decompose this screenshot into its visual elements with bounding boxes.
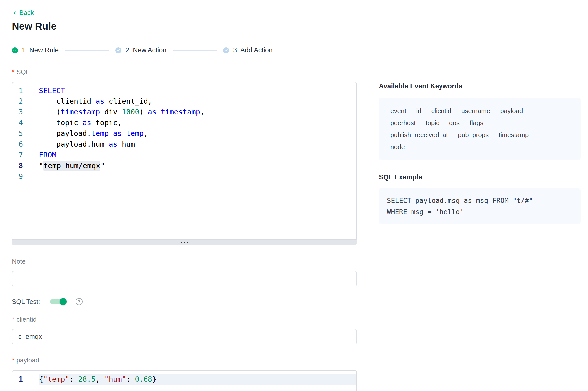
back-label: Back [19, 9, 34, 17]
help-icon[interactable]: ? [76, 298, 83, 305]
kw-row: node [390, 141, 569, 153]
keyword: publish_received_at [390, 129, 448, 141]
code-ex-line: WHERE msg = 'hello' [387, 206, 573, 217]
line-number: 2 [12, 96, 28, 107]
sql-label-text: SQL [16, 68, 29, 76]
resize-dots-icon [184, 242, 185, 243]
payload-editor: 1{"temp": 28.5, "hum": 0.68} [12, 370, 357, 391]
note-input[interactable] [12, 271, 357, 286]
sql-test-toggle[interactable] [50, 299, 67, 304]
line-number: 6 [12, 139, 28, 150]
line-number: 9 [12, 171, 28, 182]
event-keywords-panel: eventidclientidusernamepayloadpeerhostto… [379, 98, 581, 160]
code-line: 5 payload.temp as temp, [12, 128, 356, 139]
line-number: 3 [12, 107, 28, 117]
sql-test-row: SQL Test: ? [12, 297, 357, 306]
code-ex-line: SELECT payload.msg as msg FROM "t/#" [387, 195, 573, 206]
step-pending-check-icon [223, 47, 229, 53]
line-number: 4 [12, 117, 28, 128]
keyword: username [461, 105, 490, 117]
code-line: 4 topic as topic, [12, 117, 356, 128]
sql-example-panel: SELECT payload.msg as msg FROM "t/#"WHER… [379, 188, 581, 224]
clientid-field-label: * clientid [12, 316, 357, 323]
required-asterisk: * [12, 356, 14, 364]
keywords-panel-title: Available Event Keywords [379, 82, 581, 90]
back-chevron-icon [12, 10, 17, 16]
page-title: New Rule [12, 21, 357, 32]
step-label: 3. Add Action [233, 46, 273, 54]
clientid-label-text: clientid [16, 316, 37, 323]
code-line: 8"temp_hum/emqx" [12, 160, 356, 171]
clientid-input[interactable] [12, 329, 357, 344]
sql-test-label: SQL Test: [12, 298, 40, 306]
step-connector [173, 50, 217, 51]
step-1-new-rule[interactable]: 1. New Rule [12, 46, 59, 54]
line-number: 1 [12, 374, 28, 385]
sql-code-area[interactable]: 1SELECT2 clientid as client_id,3 (timest… [12, 82, 357, 240]
steps-bar: 1. New Rule 2. New Action 3. Add Action [12, 46, 357, 54]
resize-dots-icon [187, 242, 188, 243]
kw-row: eventidclientidusernamepayload [390, 105, 569, 117]
code-line: 1{"temp": 28.5, "hum": 0.68} [12, 374, 356, 385]
payload-label-text: payload [16, 356, 39, 364]
keyword: payload [500, 105, 523, 117]
step-label: 1. New Rule [22, 46, 59, 54]
back-link[interactable]: Back [12, 9, 34, 17]
code-line: 6 payload.hum as hum [12, 139, 356, 150]
keyword: topic [426, 117, 439, 129]
step-2-new-action[interactable]: 2. New Action [115, 46, 166, 54]
note-field-label: Note [12, 258, 357, 265]
step-label: 2. New Action [125, 46, 166, 54]
step-connector [65, 50, 109, 51]
step-complete-check-icon [12, 47, 18, 53]
keyword: peerhost [390, 117, 416, 129]
payload-field-label: * payload [12, 356, 357, 364]
sql-field-label: * SQL [12, 68, 357, 76]
keyword: flags [470, 117, 483, 129]
toggle-thumb [60, 298, 67, 305]
line-number: 1 [12, 85, 28, 96]
sql-example-title: SQL Example [379, 173, 581, 181]
keyword: clientid [431, 105, 451, 117]
required-asterisk: * [12, 68, 14, 76]
step-pending-check-icon [115, 47, 121, 53]
line-number: 8 [12, 160, 28, 171]
line-number: 7 [12, 150, 28, 160]
resize-dots-icon [181, 242, 182, 243]
editor-resize-handle[interactable] [12, 240, 357, 245]
main-column: Back New Rule 1. New Rule 2. New Action [12, 0, 357, 391]
new-rule-page: Back New Rule 1. New Rule 2. New Action [0, 0, 588, 391]
kw-row: publish_received_atpub_propstimestamp [390, 129, 569, 141]
help-sidebar: Available Event Keywords eventidclientid… [379, 82, 581, 224]
sql-editor: 1SELECT2 clientid as client_id,3 (timest… [12, 82, 357, 245]
step-3-add-action[interactable]: 3. Add Action [223, 46, 273, 54]
code-line: 2 clientid as client_id, [12, 96, 356, 107]
keyword: qos [449, 117, 460, 129]
kw-row: peerhosttopicqosflags [390, 117, 569, 129]
keyword: pub_props [458, 129, 489, 141]
code-line: 1SELECT [12, 85, 356, 96]
code-line: 7FROM [12, 150, 356, 160]
line-number: 5 [12, 128, 28, 139]
keyword: node [390, 141, 405, 153]
code-line: 3 (timestamp div 1000) as timestamp, [12, 107, 356, 117]
required-asterisk: * [12, 316, 14, 323]
code-line: 9 [12, 171, 356, 182]
keyword: event [390, 105, 406, 117]
keyword: id [416, 105, 421, 117]
keyword: timestamp [499, 129, 529, 141]
payload-code-area[interactable]: 1{"temp": 28.5, "hum": 0.68} [12, 370, 357, 391]
